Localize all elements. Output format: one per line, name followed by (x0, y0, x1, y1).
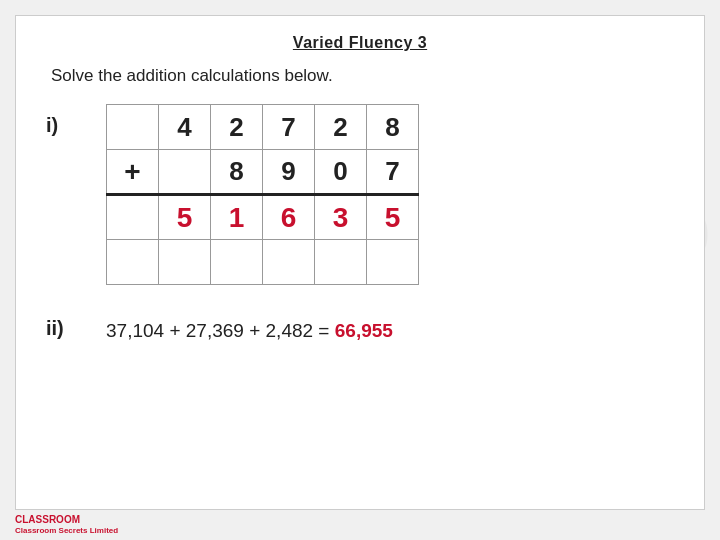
table-cell-answer: 3 (315, 195, 367, 240)
footer-logo-text: CLASSROOM Classroom Secrets Limited (15, 514, 118, 535)
instruction-text: Solve the addition calculations below. (51, 66, 674, 86)
table-cell (159, 240, 211, 285)
footer: CLASSROOM Classroom Secrets Limited (15, 514, 118, 535)
table-cell: 8 (367, 105, 419, 150)
table-cell: 4 (159, 105, 211, 150)
table-cell-answer: 6 (263, 195, 315, 240)
problem-ii-row: ii) 37,104 + 27,369 + 2,482 = 66,955 (46, 315, 674, 342)
addition-table: 4 2 7 2 8 + 8 9 0 7 (106, 104, 419, 285)
table-cell-answer: 1 (211, 195, 263, 240)
table-row: 4 2 7 2 8 (107, 105, 419, 150)
table-answer-row: 5 1 6 3 5 (107, 195, 419, 240)
problem-ii-equation: 37,104 + 27,369 + 2,482 = 66,955 (106, 320, 393, 342)
table-cell (107, 105, 159, 150)
table-cell: 0 (315, 150, 367, 195)
table-cell-operator: + (107, 150, 159, 195)
table-cell: 7 (263, 105, 315, 150)
table-cell (315, 240, 367, 285)
table-cell (107, 240, 159, 285)
equation-answer: 66,955 (335, 320, 393, 341)
equation-text: 37,104 + 27,369 + 2,482 = (106, 320, 329, 341)
table-cell: 8 (211, 150, 263, 195)
table-cell (263, 240, 315, 285)
problem-i-label: i) (46, 114, 86, 137)
page-title: Varied Fluency 3 (46, 34, 674, 52)
table-row: + 8 9 0 7 (107, 150, 419, 195)
table-row (107, 240, 419, 285)
table-cell (367, 240, 419, 285)
main-card: Varied Fluency 3 Solve the addition calc… (15, 15, 705, 510)
table-cell-answer: 5 (159, 195, 211, 240)
table-cell: 2 (315, 105, 367, 150)
problem-ii-label: ii) (46, 317, 86, 340)
table-cell: 7 (367, 150, 419, 195)
table-cell-answer: 5 (367, 195, 419, 240)
table-cell (211, 240, 263, 285)
problem-i-row: i) 4 2 7 2 8 + 8 (46, 104, 674, 285)
table-cell: 9 (263, 150, 315, 195)
table-cell: 2 (211, 105, 263, 150)
table-cell (107, 195, 159, 240)
content-area: i) 4 2 7 2 8 + 8 (46, 104, 674, 342)
table-cell (159, 150, 211, 195)
